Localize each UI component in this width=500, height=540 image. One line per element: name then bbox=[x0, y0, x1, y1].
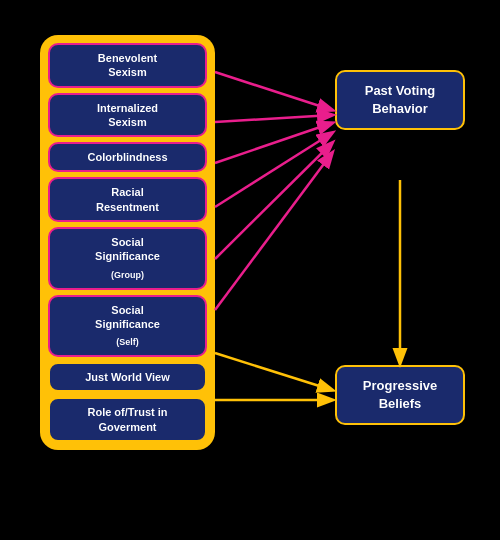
node-past-voting-behavior: Past VotingBehavior bbox=[335, 70, 465, 130]
node-social-significance-group: SocialSignificance(Group) bbox=[48, 227, 207, 289]
left-group: BenevolentSexism InternalizedSexism Colo… bbox=[40, 35, 215, 450]
svg-line-2 bbox=[215, 123, 332, 163]
svg-line-5 bbox=[215, 153, 332, 310]
node-social-significance-self: SocialSignificance(Self) bbox=[48, 295, 207, 357]
node-progressive-beliefs: ProgressiveBeliefs bbox=[335, 365, 465, 425]
svg-line-3 bbox=[215, 133, 332, 207]
svg-line-4 bbox=[215, 143, 332, 259]
svg-line-6 bbox=[215, 353, 332, 390]
node-internalized-sexism: InternalizedSexism bbox=[48, 93, 207, 138]
svg-line-1 bbox=[215, 115, 332, 122]
svg-line-0 bbox=[215, 72, 332, 110]
node-role-trust-government: Role of/Trust inGoverment bbox=[48, 397, 207, 442]
node-racial-resentment: RacialResentment bbox=[48, 177, 207, 222]
node-colorblindness: Colorblindness bbox=[48, 142, 207, 172]
node-benevolent-sexism: BenevolentSexism bbox=[48, 43, 207, 88]
diagram: BenevolentSexism InternalizedSexism Colo… bbox=[20, 15, 480, 525]
node-just-world-view: Just World View bbox=[48, 362, 207, 392]
